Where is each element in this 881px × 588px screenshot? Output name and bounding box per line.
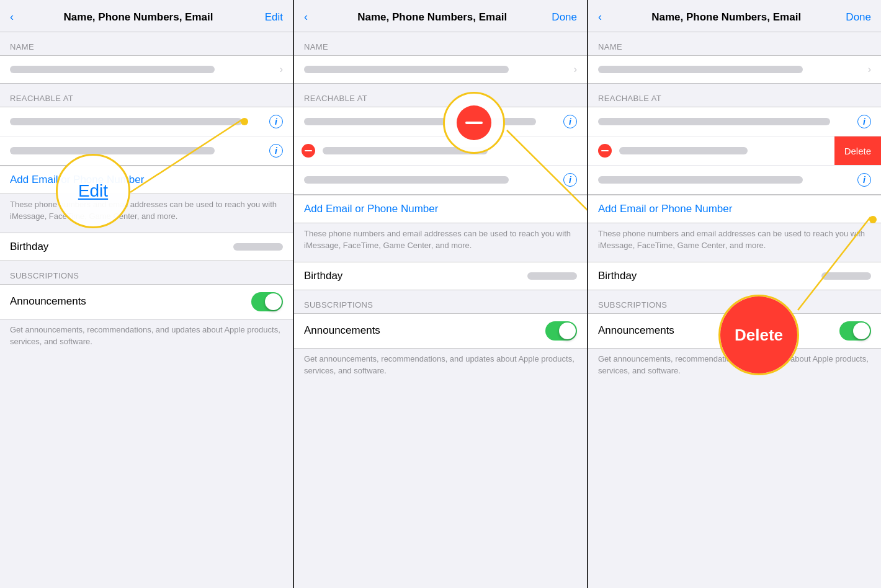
done-button-2[interactable]: Done xyxy=(552,11,577,24)
name-card-1: › xyxy=(0,55,293,84)
annotation-circle-2 xyxy=(443,92,505,154)
announcements-desc-1: Get announcements, recommendations, and … xyxy=(0,319,293,358)
name-placeholder-1 xyxy=(10,66,215,73)
reachable-row-p2-1[interactable]: i xyxy=(294,107,587,136)
annotation-circle-1: Edit xyxy=(56,154,130,228)
announcements-toggle-1[interactable] xyxy=(251,292,283,311)
nav-title-2: Name, Phone Numbers, Email xyxy=(313,11,552,24)
announcements-row-2[interactable]: Announcements xyxy=(294,313,587,349)
annotation-dot-1 xyxy=(241,118,248,125)
subscriptions-label-2: SUBSCRIPTIONS xyxy=(294,290,587,313)
reachable-row-p2-3[interactable]: i xyxy=(294,166,587,194)
chevron-icon-1: › xyxy=(280,64,283,75)
delete-slide-button[interactable]: Delete xyxy=(834,136,881,165)
info-button-p2-2[interactable]: i xyxy=(563,173,577,187)
nav-bar-2: ‹ Name, Phone Numbers, Email Done xyxy=(294,0,587,32)
name-placeholder-2 xyxy=(304,66,509,73)
reachable-row-1[interactable]: i xyxy=(0,107,293,136)
birthday-label-2: Birthday xyxy=(304,270,527,282)
add-link-1[interactable]: Add Email or Phone Number xyxy=(0,166,293,194)
panel-3: ‹ Name, Phone Numbers, Email Done NAME ›… xyxy=(587,0,881,588)
edit-button-1[interactable]: Edit xyxy=(258,11,283,24)
birthday-row-3[interactable]: Birthday xyxy=(588,262,881,290)
birthday-value-3 xyxy=(821,272,871,280)
back-button-3[interactable]: ‹ xyxy=(598,11,602,24)
reachable-section-label-1: REACHABLE AT xyxy=(0,84,293,107)
announcements-label-1: Announcements xyxy=(10,295,251,308)
reachable-placeholder-p2-3 xyxy=(304,176,509,184)
nav-bar-3: ‹ Name, Phone Numbers, Email Done xyxy=(588,0,881,32)
birthday-row-2[interactable]: Birthday xyxy=(294,262,587,290)
info-button-2[interactable]: i xyxy=(269,144,283,158)
name-section-label-1: NAME xyxy=(0,32,293,55)
reachable-row-p3-2[interactable]: Delete xyxy=(588,136,881,166)
info-button-p3-1[interactable]: i xyxy=(857,115,871,128)
nav-title-3: Name, Phone Numbers, Email xyxy=(607,11,846,24)
description-1: These phone numbers and email addresses … xyxy=(0,194,293,233)
announcements-desc-2: Get announcements, recommendations, and … xyxy=(294,349,587,387)
reachable-row-2[interactable]: i xyxy=(0,136,293,165)
annotation-circle-3: Delete xyxy=(718,295,799,375)
description-3: These phone numbers and email addresses … xyxy=(588,223,881,262)
reachable-card-2: i i xyxy=(294,107,587,195)
add-link-2[interactable]: Add Email or Phone Number xyxy=(294,195,587,223)
reachable-row-p3-3[interactable]: i xyxy=(588,166,881,194)
info-button-1[interactable]: i xyxy=(269,115,283,128)
name-section-label-3: NAME xyxy=(588,32,881,55)
reachable-placeholder-p3-3 xyxy=(598,176,803,184)
info-button-p2-1[interactable]: i xyxy=(563,115,577,128)
announcements-row-1[interactable]: Announcements xyxy=(0,284,293,319)
birthday-value-1 xyxy=(233,243,283,251)
annotation-dot-3 xyxy=(869,216,877,223)
back-button-1[interactable]: ‹ xyxy=(10,11,14,24)
reachable-row-p2-2[interactable] xyxy=(294,136,587,166)
birthday-value-2 xyxy=(527,272,577,280)
name-card-3: › xyxy=(588,55,881,84)
annotation-edit-text-1: Edit xyxy=(78,181,108,201)
announcements-toggle-2[interactable] xyxy=(545,321,577,341)
reachable-placeholder-2 xyxy=(10,147,215,154)
announcements-toggle-3[interactable] xyxy=(839,321,871,341)
chevron-icon-3: › xyxy=(868,64,871,75)
done-button-3[interactable]: Done xyxy=(846,11,871,24)
chevron-icon-2: › xyxy=(574,64,577,75)
add-link-3[interactable]: Add Email or Phone Number xyxy=(588,195,881,223)
reachable-placeholder-1 xyxy=(10,118,242,125)
reachable-section-label-3: REACHABLE AT xyxy=(588,84,881,107)
panel-1: ‹ Name, Phone Numbers, Email Edit NAME ›… xyxy=(0,0,293,588)
reachable-card-1: i i xyxy=(0,107,293,166)
reachable-section-label-2: REACHABLE AT xyxy=(294,84,587,107)
back-button-2[interactable]: ‹ xyxy=(304,11,308,24)
reachable-card-3: i Delete i xyxy=(588,107,881,195)
name-card-2: › xyxy=(294,55,587,84)
birthday-label-3: Birthday xyxy=(598,270,821,282)
reachable-row-p3-1[interactable]: i xyxy=(588,107,881,136)
birthday-label-1: Birthday xyxy=(10,241,233,253)
annotation-delete-text-3: Delete xyxy=(720,296,797,373)
reachable-placeholder-p3-1 xyxy=(598,118,830,125)
name-row-1[interactable]: › xyxy=(0,56,293,83)
name-placeholder-3 xyxy=(598,66,803,73)
panel-2: ‹ Name, Phone Numbers, Email Done NAME ›… xyxy=(293,0,587,588)
subscriptions-label-1: SUBSCRIPTIONS xyxy=(0,261,293,284)
announcements-label-2: Announcements xyxy=(304,324,545,337)
nav-bar-1: ‹ Name, Phone Numbers, Email Edit xyxy=(0,0,293,32)
remove-button-p3[interactable] xyxy=(598,144,612,158)
remove-button-p2[interactable] xyxy=(302,144,315,158)
info-button-p3-2[interactable]: i xyxy=(857,173,871,187)
name-row-3[interactable]: › xyxy=(588,56,881,83)
name-section-label-2: NAME xyxy=(294,32,587,55)
birthday-row-1[interactable]: Birthday xyxy=(0,233,293,261)
reachable-placeholder-p3-2 xyxy=(619,147,748,154)
description-2: These phone numbers and email addresses … xyxy=(294,223,587,262)
name-row-2[interactable]: › xyxy=(294,56,587,83)
nav-title-1: Name, Phone Numbers, Email xyxy=(19,11,258,24)
